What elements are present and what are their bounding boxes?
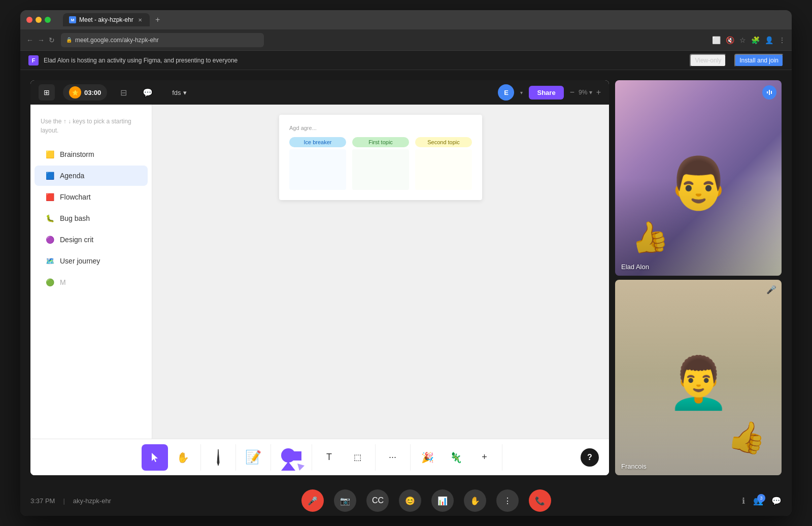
column-body-ice-breaker — [289, 149, 346, 190]
video-tile-francois: 👨‍🦱 👍 🎤 Francois — [615, 280, 782, 475]
bug-bash-icon: 🐛 — [45, 213, 55, 223]
activities-button[interactable]: ✋ — [464, 489, 486, 512]
sticky-tool-button[interactable]: 📝 — [240, 444, 266, 471]
canvas-frame: Agd agre... Ice breaker First topic — [279, 115, 482, 200]
install-join-button[interactable]: Install and join — [734, 54, 784, 67]
file-name-chevron: ▾ — [183, 89, 187, 96]
template-label-design-crit: Design crit — [60, 236, 93, 244]
pen-tool-button[interactable] — [205, 444, 231, 471]
frame-tool-button[interactable]: ⬚ — [345, 444, 371, 471]
participants-count: 3 — [757, 494, 765, 502]
tab-title: Meet - aky-hzpk-ehr — [79, 16, 133, 23]
canvas-column-first-topic: First topic — [352, 137, 409, 190]
tab-close-button[interactable]: ✕ — [137, 16, 144, 23]
layout-button[interactable]: ⊟ — [115, 84, 131, 101]
extensions-icon[interactable]: 🧩 — [751, 36, 760, 44]
participant-name-elad: Elad Alon — [621, 263, 649, 271]
url-bar[interactable]: 🔒 meet.google.com/aky-hzpk-ehr — [61, 33, 264, 47]
meeting-code: aky-hzpk-ehr — [73, 497, 111, 505]
new-tab-button[interactable]: + — [152, 14, 164, 26]
column-header-first-topic: First topic — [352, 137, 409, 147]
canvas-columns: Ice breaker First topic Second topic — [289, 137, 472, 190]
add-widget-button[interactable]: + — [471, 444, 498, 471]
figma-menu-button[interactable]: ⊞ — [39, 84, 55, 101]
bookmark-icon[interactable]: ☆ — [739, 36, 746, 44]
profiles-icon[interactable]: 👤 — [765, 36, 773, 44]
help-button[interactable]: ? — [581, 448, 599, 467]
mute-tab-icon[interactable]: 🔇 — [726, 36, 734, 44]
canvas-preview: Agd agre... Ice breaker First topic — [152, 105, 609, 439]
status-left: 3:37 PM | aky-hzpk-ehr — [30, 497, 111, 505]
participant-name-francois: Francois — [621, 463, 647, 470]
template-item-user-journey[interactable]: 🗺️ User journey — [35, 251, 148, 271]
close-button[interactable] — [26, 17, 32, 23]
file-name[interactable]: fds ▾ — [172, 89, 186, 96]
mute-icon-francois: 🎤 — [766, 285, 776, 294]
end-call-button[interactable]: 📞 — [529, 489, 551, 512]
template-item-retro[interactable]: 🟢 M — [35, 272, 148, 292]
active-tab[interactable]: M Meet - aky-hzpk-ehr ✕ — [63, 13, 150, 26]
canvas-column-second-topic: Second topic — [415, 137, 472, 190]
title-bar: M Meet - aky-hzpk-ehr ✕ + — [20, 10, 792, 29]
template-item-bug-bash[interactable]: 🐛 Bug bash — [35, 208, 148, 228]
status-right: ℹ 👥 3 💬 — [742, 496, 782, 506]
view-only-button[interactable]: View-only — [690, 54, 726, 67]
tool-group-shapes — [271, 444, 312, 471]
template-item-brainstorm[interactable]: 🟨 Brainstorm — [35, 144, 148, 165]
current-time: 3:37 PM — [30, 497, 55, 505]
figma-logo-icon: ⊞ — [44, 88, 50, 96]
template-item-agenda[interactable]: 🟦 Agenda — [35, 166, 148, 186]
participants-button[interactable]: 👥 3 — [753, 496, 763, 506]
info-button[interactable]: ℹ — [742, 496, 745, 506]
flowchart-icon: 🟥 — [45, 192, 55, 202]
maximize-button[interactable] — [45, 17, 51, 23]
present-button[interactable]: 📊 — [431, 489, 454, 512]
zoom-out-button[interactable]: − — [570, 88, 574, 97]
forward-button[interactable]: → — [38, 36, 45, 44]
chat-icon[interactable]: 💬 — [771, 496, 782, 506]
zoom-level[interactable]: 9% ▾ — [579, 89, 592, 96]
canvas-frame-label: Agd agre... — [289, 125, 472, 131]
reload-button[interactable]: ↻ — [49, 36, 55, 44]
template-item-flowchart[interactable]: 🟥 Flowchart — [35, 187, 148, 207]
canvas-column-ice-breaker: Ice breaker — [289, 137, 346, 190]
column-header-ice-breaker: Ice breaker — [289, 137, 346, 147]
back-button[interactable]: ← — [26, 36, 33, 44]
share-button[interactable]: Share — [529, 86, 563, 100]
timer-button[interactable]: ⭐ 03:00 — [63, 84, 107, 101]
camera-button[interactable]: 📷 — [334, 489, 356, 512]
file-name-text: fds — [172, 89, 181, 96]
traffic-lights — [26, 17, 51, 23]
screen-cast-icon[interactable]: ⬜ — [712, 36, 721, 44]
tool-group-pen — [201, 444, 236, 471]
minimize-button[interactable] — [36, 17, 42, 23]
cursor-tool-button[interactable] — [142, 444, 168, 471]
mute-button[interactable]: 🎤 — [301, 489, 324, 512]
widgets-button[interactable]: 🎉 — [415, 444, 441, 471]
zoom-in-button[interactable]: + — [596, 88, 601, 97]
zoom-chevron-icon: ▾ — [589, 89, 592, 96]
menu-icon[interactable]: ⋮ — [779, 36, 786, 44]
user-avatar-button[interactable]: E — [498, 84, 514, 101]
chat-button[interactable]: 💬 — [140, 84, 156, 101]
more-options-button[interactable]: ⋮ — [496, 489, 519, 512]
template-label-brainstorm: Brainstorm — [60, 150, 94, 158]
emoji-button[interactable]: 😊 — [399, 489, 421, 512]
svg-rect-3 — [767, 91, 768, 93]
status-bar: 3:37 PM | aky-hzpk-ehr 🎤 📷 CC 😊 📊 ✋ ⋮ 📞 … — [20, 485, 792, 516]
tool-group-text: T ⬚ — [312, 444, 376, 471]
text-tool-button[interactable]: T — [316, 444, 343, 471]
template-item-design-crit[interactable]: 🟣 Design crit — [35, 229, 148, 250]
figma-canvas: Use the ↑ ↓ keys to pick a starting layo… — [30, 105, 609, 439]
shapes-tool-button[interactable] — [275, 444, 308, 471]
more-tool-button[interactable]: ··· — [380, 444, 406, 471]
user-journey-icon: 🗺️ — [45, 256, 55, 266]
notification-text: Elad Alon is hosting an activity using F… — [44, 57, 685, 64]
svg-rect-5 — [771, 91, 772, 94]
video-tile-elad: 👨 👍 Elad Alon — [615, 80, 782, 276]
captions-button[interactable]: CC — [366, 489, 389, 512]
hand-tool-button[interactable]: ✋ — [170, 444, 196, 471]
tab-favicon: M — [69, 16, 76, 23]
widget2-button[interactable]: 🦎 — [443, 444, 469, 471]
template-hint: Use the ↑ ↓ keys to pick a starting layo… — [30, 113, 152, 143]
